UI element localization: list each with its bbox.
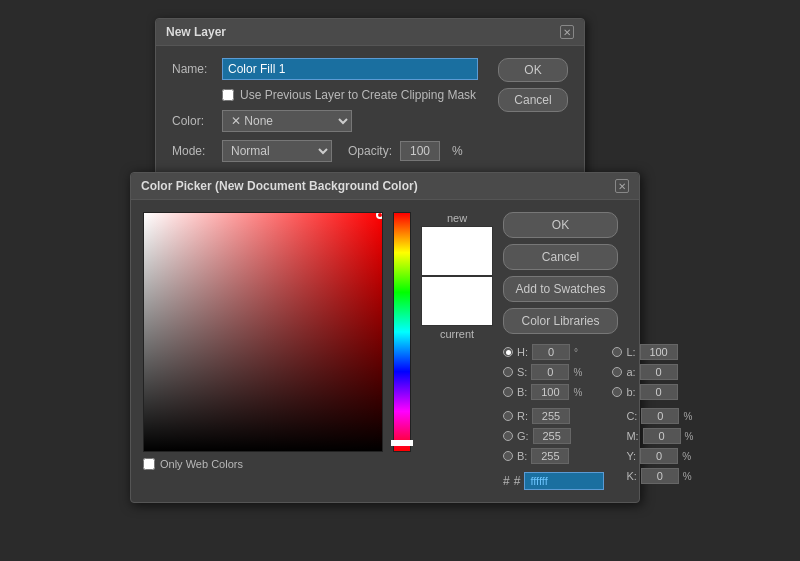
h-unit: ° [574, 347, 584, 358]
l-input[interactable] [640, 344, 678, 360]
cp-body: Only Web Colors new current OK Cancel [131, 200, 639, 502]
y-label: Y: [626, 450, 636, 462]
current-swatch [421, 276, 493, 326]
bcolor-input[interactable] [531, 448, 569, 464]
cp-titlebar: Color Picker (New Document Background Co… [131, 173, 639, 200]
a-input[interactable] [640, 364, 678, 380]
color-field-cursor [376, 212, 383, 219]
hash-symbol: # [514, 474, 521, 488]
k-input[interactable] [641, 468, 679, 484]
cp-ok-button[interactable]: OK [503, 212, 618, 238]
color-field[interactable] [143, 212, 383, 452]
h-label: H: [517, 346, 528, 358]
l-input-row: L: [612, 344, 694, 360]
b-label: B: [517, 386, 527, 398]
current-swatch-label: current [440, 328, 474, 340]
only-web-label: Only Web Colors [160, 458, 243, 470]
hue-slider-wrap[interactable] [393, 212, 411, 452]
cp-cancel-button[interactable]: Cancel [503, 244, 618, 270]
cp-color-libraries-button[interactable]: Color Libraries [503, 308, 618, 334]
h-radio[interactable] [503, 347, 513, 357]
c-input-row: C: % [612, 408, 694, 424]
cp-title: Color Picker (New Document Background Co… [141, 179, 418, 193]
y-input[interactable] [640, 448, 678, 464]
blab-input[interactable] [640, 384, 678, 400]
l-radio[interactable] [612, 347, 622, 357]
percent-label: % [452, 144, 463, 158]
blab-radio[interactable] [612, 387, 622, 397]
new-layer-cancel-button[interactable]: Cancel [498, 88, 568, 112]
opacity-label: Opacity: [348, 144, 392, 158]
r-input-row: R: [503, 408, 604, 424]
new-swatch-label: new [447, 212, 467, 224]
bcolor-label: B: [517, 450, 527, 462]
s-input[interactable] [531, 364, 569, 380]
r-label: R: [517, 410, 528, 422]
s-input-row: S: % [503, 364, 604, 380]
cp-inputs-right: L: a: b: C: [612, 344, 694, 490]
mode-label: Mode: [172, 144, 222, 158]
m-input[interactable] [643, 428, 681, 444]
g-radio[interactable] [503, 431, 513, 441]
y-input-row: Y: % [612, 448, 694, 464]
g-input[interactable] [533, 428, 571, 444]
c-unit: % [683, 411, 693, 422]
swatch-col: new current [421, 212, 493, 490]
y-unit: % [682, 451, 692, 462]
name-input[interactable] [222, 58, 478, 80]
color-select[interactable]: ✕ None Red Orange Yellow Green Blue Viol… [222, 110, 352, 132]
new-layer-dialog: New Layer ✕ Name: Use Previous Layer to … [155, 18, 585, 183]
cp-add-swatches-button[interactable]: Add to Swatches [503, 276, 618, 302]
b-input-row: B: % [503, 384, 604, 400]
m-input-row: M: % [612, 428, 694, 444]
c-input[interactable] [641, 408, 679, 424]
new-layer-ok-button[interactable]: OK [498, 58, 568, 82]
new-layer-body: Name: Use Previous Layer to Create Clipp… [156, 46, 584, 182]
k-input-row: K: % [612, 468, 694, 484]
hash-label: # [503, 474, 510, 488]
clipping-mask-checkbox[interactable] [222, 89, 234, 101]
h-input-row: H: ° [503, 344, 604, 360]
cf-overlay [144, 213, 382, 451]
g-input-row: G: [503, 428, 604, 444]
cp-inputs-left: H: ° S: % B: % [503, 344, 604, 490]
color-picker-dialog: Color Picker (New Document Background Co… [130, 172, 640, 503]
a-radio[interactable] [612, 367, 622, 377]
hue-slider[interactable] [393, 212, 411, 452]
k-unit: % [683, 471, 693, 482]
bcolor-radio[interactable] [503, 451, 513, 461]
color-label: Color: [172, 114, 222, 128]
s-unit: % [573, 367, 583, 378]
a-input-row: a: [612, 364, 694, 380]
r-radio[interactable] [503, 411, 513, 421]
cp-action-buttons: OK Cancel Add to Swatches Color Librarie… [503, 212, 695, 334]
name-label: Name: [172, 62, 222, 76]
m-unit: % [685, 431, 695, 442]
c-label: C: [626, 410, 637, 422]
cp-close-button[interactable]: ✕ [615, 179, 629, 193]
mode-select[interactable]: Normal Dissolve Multiply [222, 140, 332, 162]
r-input[interactable] [532, 408, 570, 424]
b-radio[interactable] [503, 387, 513, 397]
blab-label: b: [626, 386, 635, 398]
s-label: S: [517, 366, 527, 378]
hash-input[interactable] [524, 472, 604, 490]
a-label: a: [626, 366, 635, 378]
s-radio[interactable] [503, 367, 513, 377]
new-layer-close-button[interactable]: ✕ [560, 25, 574, 39]
bcolor-input-row: B: [503, 448, 604, 464]
cp-inputs: H: ° S: % B: % [503, 344, 695, 490]
new-layer-titlebar: New Layer ✕ [156, 19, 584, 46]
k-label: K: [626, 470, 636, 482]
g-label: G: [517, 430, 529, 442]
m-label: M: [626, 430, 638, 442]
b-input[interactable] [531, 384, 569, 400]
hash-row: # # [503, 472, 604, 490]
new-layer-title: New Layer [166, 25, 226, 39]
color-field-wrap[interactable] [143, 212, 383, 452]
b-unit: % [573, 387, 583, 398]
h-input[interactable] [532, 344, 570, 360]
only-web-row: Only Web Colors [143, 458, 383, 470]
only-web-colors-checkbox[interactable] [143, 458, 155, 470]
opacity-input[interactable] [400, 141, 440, 161]
